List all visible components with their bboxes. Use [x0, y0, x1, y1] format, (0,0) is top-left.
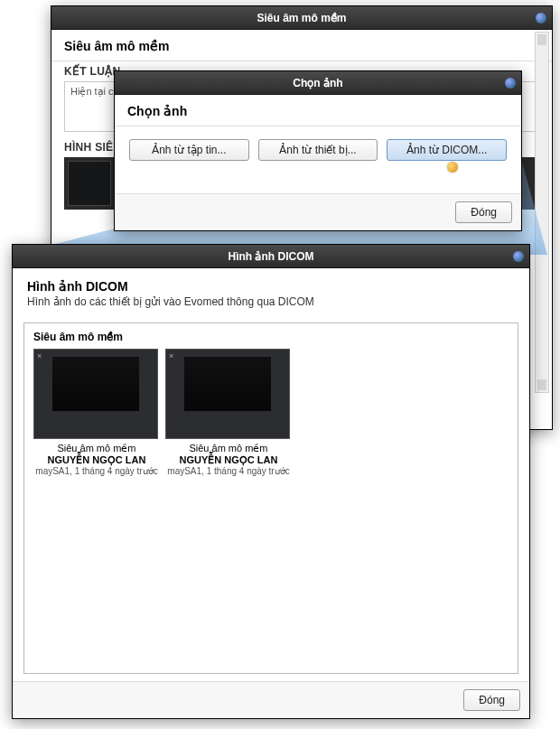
dicom-thumb-row: × Siêu âm mô mềm NGUYỄN NGỌC LAN maySA1,…: [24, 349, 518, 476]
thumb-exam-name: Siêu âm mô mềm: [165, 443, 292, 454]
window-dot-icon: [513, 251, 524, 262]
from-file-button[interactable]: Ảnh từ tập tin...: [129, 139, 249, 161]
dicom-thumb-image: ×: [165, 349, 290, 439]
dicom-thumb-image: ×: [33, 349, 158, 439]
dicom-thumb-card[interactable]: × Siêu âm mô mềm NGUYỄN NGỌC LAN maySA1,…: [33, 349, 160, 476]
close-icon[interactable]: ×: [169, 351, 173, 360]
choose-close-button[interactable]: Đóng: [455, 201, 512, 223]
choose-title: Chọn ảnh: [293, 77, 342, 89]
thumb-exam-name: Siêu âm mô mềm: [33, 443, 160, 454]
image-strip-thumb[interactable]: [68, 161, 111, 206]
window-dot-icon: [536, 13, 546, 23]
choose-titlebar: Chọn ảnh: [115, 71, 521, 95]
dicom-title: Hình ảnh DICOM: [229, 250, 314, 263]
thumb-meta: maySA1, 1 tháng 4 ngày trước: [33, 466, 160, 476]
close-icon[interactable]: ×: [37, 351, 42, 360]
thumb-patient-name: NGUYỄN NGỌC LAN: [165, 454, 292, 466]
from-dicom-button[interactable]: Ảnh từ DICOM...: [387, 139, 507, 161]
main-title: Siêu âm mô mềm: [257, 12, 346, 24]
dicom-subheading: Hình ảnh do các thiết bị gửi vào Evomed …: [27, 295, 515, 308]
window-dot-icon: [505, 78, 516, 89]
dicom-close-button[interactable]: Đóng: [463, 689, 520, 711]
thumb-patient-name: NGUYỄN NGỌC LAN: [33, 454, 160, 466]
dicom-thumb-card[interactable]: × Siêu âm mô mềm NGUYỄN NGỌC LAN maySA1,…: [165, 349, 292, 476]
from-device-button[interactable]: Ảnh từ thiết bị...: [258, 139, 378, 161]
choose-image-dialog: Chọn ảnh Chọn ảnh Ảnh từ tập tin... Ảnh …: [114, 70, 522, 231]
dicom-titlebar: Hình ảnh DICOM: [13, 245, 529, 268]
main-titlebar: Siêu âm mô mềm: [51, 6, 552, 30]
main-scrollbar[interactable]: [535, 32, 549, 393]
dicom-group-label: Siêu âm mô mềm: [24, 323, 518, 349]
dicom-heading: Hình ảnh DICOM: [27, 279, 515, 294]
thumb-meta: maySA1, 1 tháng 4 ngày trước: [165, 466, 292, 476]
choose-heading: Chọn ảnh: [115, 95, 521, 126]
main-section-heading: Siêu âm mô mềm: [51, 30, 552, 61]
dicom-body: Siêu âm mô mềm × Siêu âm mô mềm NGUYỄN N…: [23, 322, 518, 674]
dicom-window: Hình ảnh DICOM Hình ảnh DICOM Hình ảnh d…: [12, 244, 530, 719]
